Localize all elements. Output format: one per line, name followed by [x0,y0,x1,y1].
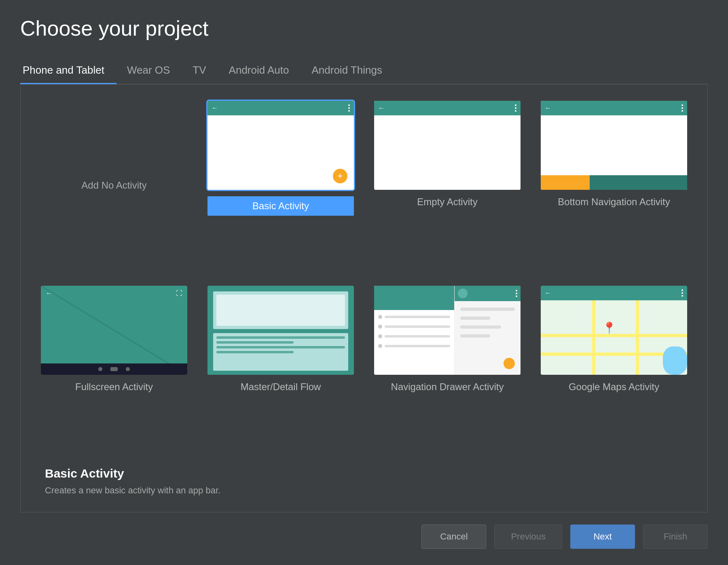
tab-android-auto[interactable]: Android Auto [226,57,301,84]
template-bottom-nav-activity[interactable]: ← Bottom Navigation Acti [541,101,687,270]
diagonal-decoration [41,286,187,375]
google-maps-label: Google Maps Activity [569,381,659,393]
menu-dots-icon [348,104,350,112]
svg-line-0 [41,286,187,375]
nav-drawer-main [455,286,521,375]
selected-title: Basic Activity [45,467,683,480]
master-detail-label: Master/Detail Flow [241,381,321,393]
next-button[interactable]: Next [570,525,635,549]
page-title: Choose your project [20,16,708,40]
nav-drawer-panel [374,286,455,375]
content-area: Add No Activity ← + [20,84,708,512]
empty-topbar: ← [374,101,521,115]
tab-phone-tablet[interactable]: Phone and Tablet [20,57,116,84]
previous-button[interactable]: Previous [494,525,562,549]
empty-activity-preview: ← [374,101,521,190]
bottom-nav-topbar: ← [541,101,687,115]
menu-dots-icon [681,289,683,297]
bottom-nav-label: Bottom Navigation Activity [558,196,670,208]
phone-topbar: ← [207,101,354,115]
menu-dots-icon [515,104,516,112]
map-pin-icon: 📍 [602,321,616,335]
tab-android-things[interactable]: Android Things [309,57,394,84]
fab-icon: + [333,169,347,183]
back-arrow-icon: ← [378,104,385,112]
back-arrow-icon: ← [545,104,551,112]
template-no-activity[interactable]: Add No Activity [41,101,187,270]
phone-body: + [207,115,354,190]
template-basic-activity[interactable]: ← + Basic Activity [207,101,354,270]
maps-topbar: ← [541,286,687,300]
menu-dots-icon [681,104,683,112]
md-card-bottom [213,333,348,371]
md-card-top [213,291,348,329]
empty-activity-label: Empty Activity [417,196,477,208]
google-maps-preview: ← [541,286,687,375]
finish-button[interactable]: Finish [643,525,708,549]
bottom-nav-preview: ← [541,101,687,190]
back-arrow-icon: ← [212,104,218,112]
cancel-button[interactable]: Cancel [421,525,486,549]
template-nav-drawer-activity[interactable]: Navigation Drawer Activity [374,286,521,446]
template-master-detail-flow[interactable]: Master/Detail Flow [207,286,354,446]
fullscreen-label: Fullscreen Activity [75,381,153,393]
tabs-bar: Phone and Tablet Wear OS TV Android Auto… [20,57,708,84]
selected-info: Basic Activity Creates a new basic activ… [41,459,687,496]
footer-buttons: Cancel Previous Next Finish [20,525,708,549]
tab-wear-os[interactable]: Wear OS [125,57,182,84]
back-arrow-icon: ← [545,289,551,297]
templates-grid: Add No Activity ← + [41,101,687,446]
bottom-nav-footer [541,175,687,190]
template-empty-activity[interactable]: ← Empty Activity [374,101,521,270]
template-google-maps-activity[interactable]: ← [541,286,687,446]
basic-activity-preview: ← + [207,101,354,190]
maps-body: 📍 [541,300,687,375]
fullscreen-bottom-bar [41,363,187,375]
nav-drawer-label: Navigation Drawer Activity [391,381,504,393]
selected-description: Creates a new basic activity with an app… [45,485,683,496]
master-detail-preview [207,286,354,375]
nav-drawer-preview [374,286,521,375]
tab-tv[interactable]: TV [190,57,218,84]
fullscreen-preview: ← ⛶ [41,286,187,375]
basic-activity-label: Basic Activity [207,196,354,216]
template-fullscreen-activity[interactable]: ← ⛶ Fullscreen Activity [41,286,187,446]
